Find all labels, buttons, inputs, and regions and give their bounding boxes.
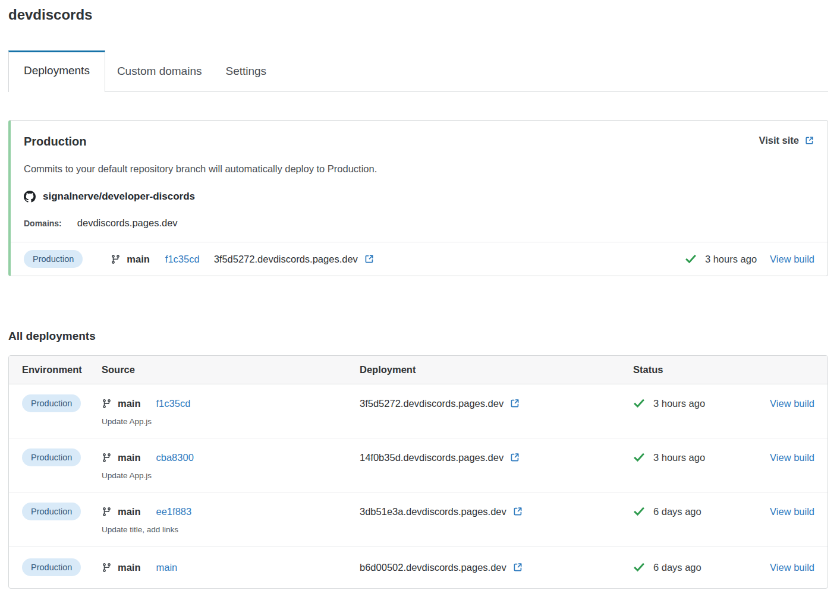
page-title: devdiscords xyxy=(8,5,828,25)
column-header-source: Source xyxy=(102,364,360,375)
environment-badge: Production xyxy=(22,558,81,576)
view-build-link[interactable]: View build xyxy=(770,398,814,409)
production-description: Commits to your default repository branc… xyxy=(24,163,814,175)
column-header-environment: Environment xyxy=(22,364,102,375)
visit-site-label: Visit site xyxy=(759,135,799,146)
status-time: 3 hours ago xyxy=(653,398,705,409)
commit-message: Update title, add links xyxy=(102,525,360,534)
view-build-link[interactable]: View build xyxy=(770,562,814,573)
environment-badge: Production xyxy=(22,394,81,412)
success-check-icon xyxy=(633,506,645,517)
external-link-icon[interactable] xyxy=(512,562,523,573)
table-row: Production main f1c35cd Update App.js 3f… xyxy=(9,384,828,438)
commit-link[interactable]: cba8300 xyxy=(156,452,194,463)
deployment-url: 3f5d5272.devdiscords.pages.dev xyxy=(360,398,504,409)
view-build-link[interactable]: View build xyxy=(770,250,814,268)
external-link-icon[interactable] xyxy=(509,452,520,463)
production-card-body: Production Visit site Commits to your de… xyxy=(11,121,828,242)
view-build-link[interactable]: View build xyxy=(770,452,814,463)
success-check-icon xyxy=(633,451,645,463)
status-time: 3 hours ago xyxy=(705,254,757,265)
branch-name: main xyxy=(127,254,150,265)
column-header-deployment: Deployment xyxy=(360,364,633,375)
repo-name: signalnerve/developer-discords xyxy=(43,191,195,203)
git-branch-icon xyxy=(102,507,112,517)
github-icon xyxy=(24,191,36,203)
production-deployment-row: Production main f1c35cd 3f5d5272.devdisc… xyxy=(11,242,828,276)
table-header-row: Environment Source Deployment Status xyxy=(9,356,828,384)
environment-badge: Production xyxy=(22,448,81,466)
success-check-icon xyxy=(633,561,645,573)
tab-deployments[interactable]: Deployments xyxy=(8,50,105,92)
commit-link[interactable]: f1c35cd xyxy=(165,254,200,265)
commit-link[interactable]: f1c35cd xyxy=(156,398,191,409)
git-branch-icon xyxy=(111,254,121,264)
commit-link[interactable]: main xyxy=(156,562,178,573)
deployment-url: 3f5d5272.devdiscords.pages.dev xyxy=(214,254,358,265)
branch-name: main xyxy=(118,506,141,517)
commit-message: Update App.js xyxy=(102,471,360,480)
git-branch-icon xyxy=(102,399,112,409)
environment-badge: Production xyxy=(22,503,81,520)
branch-name: main xyxy=(118,398,141,409)
commit-message: Update App.js xyxy=(102,417,360,426)
git-branch-icon xyxy=(102,563,112,573)
table-row: Production main main b6d00502.devdiscord… xyxy=(9,546,828,588)
column-header-status: Status xyxy=(633,364,750,375)
branch-name: main xyxy=(118,452,141,463)
deployment-url: 14f0b35d.devdiscords.pages.dev xyxy=(360,452,504,463)
domains-value: devdiscords.pages.dev xyxy=(77,217,178,229)
status-time: 6 days ago xyxy=(653,562,701,573)
deployment-url: b6d00502.devdiscords.pages.dev xyxy=(360,562,506,573)
success-check-icon xyxy=(685,253,697,265)
tab-custom-domains[interactable]: Custom domains xyxy=(105,51,214,91)
production-card: Production Visit site Commits to your de… xyxy=(8,120,828,276)
production-card-title: Production xyxy=(24,135,87,149)
domains-label: Domains: xyxy=(24,219,62,228)
external-link-icon[interactable] xyxy=(512,506,523,517)
commit-link[interactable]: ee1f883 xyxy=(156,506,192,517)
tab-settings[interactable]: Settings xyxy=(213,51,278,91)
status-time: 3 hours ago xyxy=(653,452,705,463)
deployment-url: 3db51e3a.devdiscords.pages.dev xyxy=(360,506,506,517)
all-deployments-title: All deployments xyxy=(8,330,828,343)
deployments-table: Environment Source Deployment Status Pro… xyxy=(8,355,828,589)
branch-name: main xyxy=(118,562,141,573)
success-check-icon xyxy=(633,397,645,409)
visit-site-link[interactable]: Visit site xyxy=(759,135,814,146)
status-time: 6 days ago xyxy=(653,506,701,517)
tab-bar: Deployments Custom domains Settings xyxy=(8,50,828,92)
table-row: Production main ee1f883 Update title, ad… xyxy=(9,492,828,546)
external-link-icon[interactable] xyxy=(509,398,520,409)
git-branch-icon xyxy=(102,453,112,463)
external-link-icon xyxy=(804,135,814,146)
view-build-link[interactable]: View build xyxy=(770,506,814,517)
table-row: Production main cba8300 Update App.js 14… xyxy=(9,438,828,492)
external-link-icon[interactable] xyxy=(364,254,375,264)
environment-badge: Production xyxy=(24,250,83,268)
